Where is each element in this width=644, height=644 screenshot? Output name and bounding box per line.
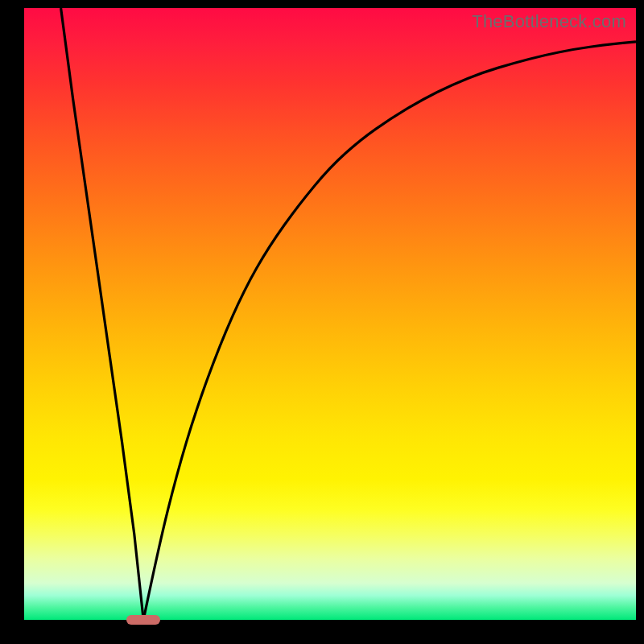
optimum-marker xyxy=(126,615,160,625)
chart-frame: TheBottleneck.com xyxy=(0,0,644,644)
plot-area: TheBottleneck.com xyxy=(24,8,636,620)
curve-right-branch xyxy=(143,42,636,620)
curve-left-branch xyxy=(61,8,144,620)
bottleneck-curve xyxy=(24,8,636,620)
